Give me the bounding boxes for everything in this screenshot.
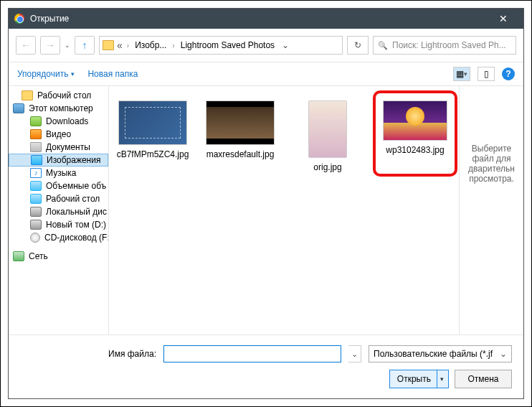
nav-up-button[interactable] xyxy=(75,36,95,55)
documents-icon xyxy=(30,142,42,152)
chrome-icon xyxy=(14,14,24,24)
preview-message: Выберите файл для дварительн просмотра. xyxy=(468,144,515,184)
breadcrumb-item[interactable]: Изобр... xyxy=(132,40,169,50)
file-item[interactable]: orig.jpg xyxy=(291,100,364,172)
new-folder-button[interactable]: Новая папка xyxy=(87,69,138,79)
breadcrumb-dropdown[interactable]: ⌄ xyxy=(279,40,292,50)
open-file-dialog: Открытие ✕ ⌄ › Изобр... › Lightroom Save… xyxy=(8,8,524,399)
images-icon xyxy=(31,155,42,165)
cd-icon xyxy=(30,233,40,243)
tree-item-cddrive[interactable]: CD-дисковод (F: xyxy=(9,231,108,244)
downloads-icon xyxy=(30,116,42,126)
navigation-tree[interactable]: Рабочий стол Этот компьютер Downloads Ви… xyxy=(9,86,109,335)
file-thumbnail xyxy=(118,100,187,145)
folder-icon xyxy=(103,40,114,50)
tree-item-thispc[interactable]: Этот компьютер xyxy=(9,102,108,115)
dialog-title: Открытие xyxy=(30,14,489,24)
tree-item-3dobjects[interactable]: Объемные объ xyxy=(9,179,108,192)
search-input[interactable]: Поиск: Lightroom Saved Ph... xyxy=(373,36,516,55)
bottom-bar: Имя файла: Пользовательские файлы (*.jf … xyxy=(9,335,523,398)
body: Рабочий стол Этот компьютер Downloads Ви… xyxy=(9,86,523,335)
open-button[interactable]: Открыть xyxy=(389,370,449,388)
filetype-select[interactable]: Пользовательские файлы (*.jf xyxy=(369,345,512,362)
file-item[interactable]: maxresdefault.jpg xyxy=(204,100,277,159)
arrow-right-icon xyxy=(45,39,55,51)
content-area: cB7fMPm5ZC4.jpg maxresdefault.jpg orig.j… xyxy=(109,86,523,335)
tree-item-documents[interactable]: Документы xyxy=(9,141,108,154)
disk-icon xyxy=(30,207,42,217)
file-label: orig.jpg xyxy=(313,162,341,172)
folder-icon xyxy=(22,90,33,100)
nav-forward-button[interactable] xyxy=(40,36,60,55)
cancel-button[interactable]: Отмена xyxy=(455,370,512,388)
tree-item-network[interactable]: Сеть xyxy=(9,250,108,263)
file-label: wp3102483.jpg xyxy=(386,145,444,155)
filename-dropdown[interactable] xyxy=(348,345,361,362)
file-label: cB7fMPm5ZC4.jpg xyxy=(117,149,189,159)
file-thumbnail xyxy=(308,100,347,158)
navigation-bar: ⌄ › Изобр... › Lightroom Saved Photos ⌄ … xyxy=(9,29,523,62)
chevron-right-icon: › xyxy=(125,42,130,50)
arrow-left-icon xyxy=(21,39,31,51)
file-label: maxresdefault.jpg xyxy=(206,149,275,159)
3d-icon xyxy=(30,181,42,191)
tree-item-desktop[interactable]: Рабочий стол xyxy=(9,89,108,102)
pc-icon xyxy=(13,103,24,113)
file-item[interactable]: wp3102483.jpg xyxy=(379,100,452,155)
titlebar: Открытие ✕ xyxy=(9,9,523,29)
tree-item-music[interactable]: ♪Музыка xyxy=(9,167,108,179)
preview-pane-button[interactable]: ▯ xyxy=(478,67,495,81)
nav-history-dropdown[interactable]: ⌄ xyxy=(65,42,70,49)
video-icon xyxy=(30,129,42,139)
disk-icon xyxy=(30,220,42,230)
network-icon xyxy=(13,251,24,261)
desktop-icon xyxy=(30,194,42,204)
breadcrumb-item[interactable]: Lightroom Saved Photos xyxy=(178,40,277,50)
view-mode-button[interactable]: ▦ ▾ xyxy=(453,67,470,81)
filename-input[interactable] xyxy=(163,345,341,362)
chevron-right-icon: › xyxy=(171,42,176,50)
tree-item-downloads[interactable]: Downloads xyxy=(9,115,108,128)
breadcrumb[interactable]: › Изобр... › Lightroom Saved Photos ⌄ xyxy=(99,36,343,55)
tree-item-localdisk[interactable]: Локальный дис xyxy=(9,205,108,218)
filename-label: Имя файла: xyxy=(20,349,156,359)
help-button[interactable]: ? xyxy=(502,67,515,80)
open-dropdown[interactable] xyxy=(437,370,447,388)
chevrons-icon xyxy=(115,39,124,51)
tree-item-images[interactable]: Изображения xyxy=(9,154,108,167)
nav-back-button[interactable] xyxy=(16,36,36,55)
close-button[interactable]: ✕ xyxy=(489,13,518,24)
file-list[interactable]: cB7fMPm5ZC4.jpg maxresdefault.jpg orig.j… xyxy=(109,86,459,335)
organize-menu[interactable]: Упорядочить xyxy=(17,69,75,79)
music-icon: ♪ xyxy=(30,168,42,178)
file-thumbnail xyxy=(206,100,275,145)
toolbar: Упорядочить Новая папка ▦ ▾ ▯ ? xyxy=(9,62,523,86)
file-item[interactable]: cB7fMPm5ZC4.jpg xyxy=(116,100,189,159)
file-thumbnail xyxy=(383,100,447,141)
tree-item-desktop2[interactable]: Рабочий стол xyxy=(9,192,108,205)
preview-pane: Выберите файл для дварительн просмотра. xyxy=(459,86,523,335)
tree-item-video[interactable]: Видео xyxy=(9,128,108,141)
refresh-button[interactable] xyxy=(347,36,369,55)
tree-item-newvolume[interactable]: Новый том (D:) xyxy=(9,218,108,231)
